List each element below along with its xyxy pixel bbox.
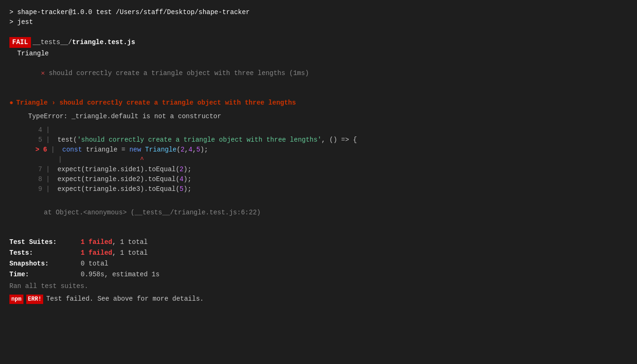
arrow-indicator: > xyxy=(28,145,39,155)
error-message: TypeError: _triangle.default is not a co… xyxy=(28,112,628,121)
terminal-output: > shape-tracker@1.0.0 test /Users/staff/… xyxy=(9,8,628,304)
test-file: __tests__/triangle.test.js xyxy=(33,38,135,47)
line-num-8: 8 xyxy=(28,174,42,184)
test-result-icon: ✕ xyxy=(25,69,45,77)
code-block: 4 | 5 | test('should correctly create a … xyxy=(28,125,628,194)
pipe-6: | xyxy=(51,145,54,155)
pipe-5: | xyxy=(46,135,50,145)
summary-suites: Test Suites: 1 failed , 1 total xyxy=(9,237,628,247)
line-num-4: 4 xyxy=(28,125,42,135)
summary-time: Time: 0.958s, estimated 1s xyxy=(9,270,628,280)
error-title-line: ● Triangle › should correctly create a t… xyxy=(9,98,628,108)
pipe-caret: | xyxy=(58,155,62,165)
npm-badge: npm xyxy=(9,295,23,304)
code-content-7: expect(triangle.side1).toEqual(2); xyxy=(57,165,191,174)
line-num-6: 6 xyxy=(43,145,47,155)
summary-section: Test Suites: 1 failed , 1 total Tests: 1… xyxy=(9,237,628,291)
npm-err-badge: ERR! xyxy=(26,295,44,304)
tests-value: 1 failed xyxy=(81,248,112,258)
bullet-icon: ● xyxy=(9,98,13,108)
pipe-7: | xyxy=(46,165,50,174)
code-content-8: expect(triangle.side2).toEqual(4); xyxy=(57,174,191,184)
stack-trace: at Object.<anonymous> (__tests__/triangl… xyxy=(28,208,628,218)
line-num-7: 7 xyxy=(28,165,42,174)
npm-error-line: npm ERR! Test failed. See above for more… xyxy=(9,294,628,304)
caret-symbol: ^ xyxy=(140,155,144,165)
pipe-9: | xyxy=(46,184,50,194)
time-label: Time: xyxy=(9,270,75,280)
code-line-5: 5 | test('should correctly create a tria… xyxy=(28,135,628,145)
suites-label: Test Suites: xyxy=(9,237,75,247)
caret-line: | ^ xyxy=(28,155,628,165)
tests-rest: , 1 total xyxy=(112,248,148,258)
time-value: 0.958s, estimated 1s xyxy=(81,270,159,280)
summary-tests: Tests: 1 failed , 1 total xyxy=(9,248,628,258)
code-line-8: 8 | expect(triangle.side2).toEqual(4); xyxy=(28,174,628,184)
tests-label: Tests: xyxy=(9,248,75,258)
snapshots-value: 0 total xyxy=(81,259,108,269)
suites-value: 1 failed xyxy=(81,237,112,247)
code-content-5: test('should correctly create a triangle… xyxy=(57,135,357,145)
code-line-9: 9 | expect(triangle.side3).toEqual(5); xyxy=(28,184,628,194)
test-file-dir: __tests__/ xyxy=(33,38,72,46)
command-line-2: > jest xyxy=(9,17,628,27)
code-line-4: 4 | xyxy=(28,125,628,135)
suites-rest: , 1 total xyxy=(112,237,148,247)
summary-snapshots: Snapshots: 0 total xyxy=(9,259,628,269)
suite-name: Triangle xyxy=(9,49,628,59)
code-content-9: expect(triangle.side3).toEqual(5); xyxy=(57,184,191,194)
fail-line: FAIL __tests__/triangle.test.js xyxy=(9,37,628,48)
code-line-7: 7 | expect(triangle.side1).toEqual(2); xyxy=(28,165,628,174)
snapshots-label: Snapshots: xyxy=(9,259,75,269)
line-num-5: 5 xyxy=(28,135,42,145)
pipe-4: | xyxy=(46,125,50,135)
fail-badge: FAIL xyxy=(9,37,31,48)
test-file-name: triangle.test.js xyxy=(72,38,135,46)
npm-err-text: Test failed. See above for more details. xyxy=(46,294,204,304)
line-num-9: 9 xyxy=(28,184,42,194)
command-line-1: > shape-tracker@1.0.0 test /Users/staff/… xyxy=(9,8,628,17)
test-result-text: should correctly create a triangle objec… xyxy=(45,69,309,77)
test-result-line: ✕ should correctly create a triangle obj… xyxy=(9,59,628,88)
error-title-text: Triangle › should correctly create a tri… xyxy=(16,98,296,108)
code-content-6: const triangle = new Triangle(2,4,5); xyxy=(62,145,208,155)
pipe-8: | xyxy=(46,174,50,184)
ran-text: Ran all test suites. xyxy=(9,281,628,291)
code-line-6: > 6 | const triangle = new Triangle(2,4,… xyxy=(28,145,628,155)
